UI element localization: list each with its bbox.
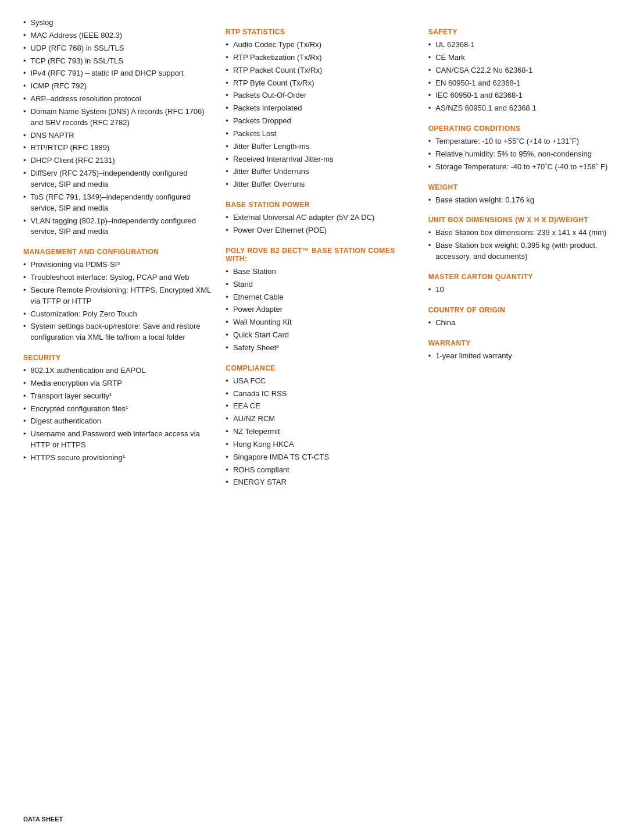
list-item: Jitter Buffer Underruns <box>226 166 414 177</box>
list-item: 1-year limited warranty <box>428 351 617 362</box>
list-item: Canada IC RSS <box>226 389 414 400</box>
list-item: ToS (RFC 791, 1349)–independently config… <box>23 192 212 214</box>
list-item: Jitter Buffer Overruns <box>226 179 414 190</box>
column-1: SyslogMAC Address (IEEE 802.3)UDP (RFC 7… <box>23 17 226 492</box>
list-item: 802.1X authentication and EAPOL <box>23 365 212 376</box>
list-item: Syslog <box>23 17 212 29</box>
section-header: POLY ROVE B2 DECT™ BASE STATION COMES WI… <box>226 247 414 263</box>
section-header: WEIGHT <box>428 183 617 191</box>
footer-label: DATA SHEET <box>23 816 63 823</box>
list-item: Packets Out-Of-Order <box>226 90 414 101</box>
list-item: USA FCC <box>226 376 414 387</box>
column-3: SAFETYUL 62368-1CE MarkCAN/CSA C22.2 No … <box>428 17 617 492</box>
section-list: 1-year limited warranty <box>428 351 617 362</box>
list-item: ENERGY STAR <box>226 477 414 488</box>
list-item: Power Adapter <box>226 304 414 315</box>
list-item: EN 60950-1 and 62368-1 <box>428 78 617 89</box>
main-content: SyslogMAC Address (IEEE 802.3)UDP (RFC 7… <box>23 17 617 492</box>
list-item: System settings back-up/restore: Save an… <box>23 321 212 343</box>
list-item: AS/NZS 60950.1 and 62368.1 <box>428 103 617 114</box>
list-item: Relative humidity: 5% to 95%, non-conden… <box>428 149 617 160</box>
list-item: VLAN tagging (802.1p)–independently conf… <box>23 216 212 238</box>
list-item: China <box>428 318 617 329</box>
list-item: Media encryption via SRTP <box>23 378 212 389</box>
list-item: Customization: Poly Zero Touch <box>23 309 212 320</box>
section-header: BASE STATION POWER <box>226 201 414 209</box>
list-item: CE Mark <box>428 52 617 63</box>
list-item: UDP (RFC 768) in SSL/TLS <box>23 43 212 54</box>
list-item: Base Station <box>226 266 414 277</box>
list-item: DiffServ (RFC 2475)–independently config… <box>23 168 212 190</box>
list-item: Hong Kong HKCA <box>226 439 414 450</box>
section-list: UL 62368-1CE MarkCAN/CSA C22.2 No 62368-… <box>428 40 617 114</box>
list-item: External Universal AC adapter (5V 2A DC) <box>226 212 414 223</box>
list-item: Jitter Buffer Length-ms <box>226 141 414 152</box>
list-item: Encrypted configuration files¹ <box>23 404 212 415</box>
list-item: Stand <box>226 279 414 290</box>
section-list: Audio Codec Type (Tx/Rx)RTP Packetizatio… <box>226 40 414 190</box>
section-list: External Universal AC adapter (5V 2A DC)… <box>226 212 414 236</box>
section-header: WARRANTY <box>428 339 617 347</box>
section-header: SECURITY <box>23 354 212 362</box>
section-list: Temperature: -10 to +55˚C (+14 to +131˚F… <box>428 136 617 173</box>
list-item: Singapore IMDA TS CT-CTS <box>226 452 414 463</box>
list-item: Base Station box dimensions: 239 x 141 x… <box>428 227 617 239</box>
list-item: Packets Interpolated <box>226 103 414 114</box>
list-item: 10 <box>428 284 617 296</box>
section-list: China <box>428 318 617 329</box>
list-item: ROHS compliant <box>226 465 414 476</box>
section-header: RTP STATISTICS <box>226 28 414 36</box>
list-item: Secure Remote Provisioning: HTTPS, Encry… <box>23 285 212 307</box>
list-item: Power Over Ethernet (POE) <box>226 225 414 236</box>
list-item: Username and Password web interface acce… <box>23 429 212 451</box>
list-item: Ethernet Cable <box>226 292 414 303</box>
list-item: Digest authentication <box>23 416 212 427</box>
section-list: USA FCCCanada IC RSSEEA CEAU/NZ RCMNZ Te… <box>226 376 414 489</box>
list: SyslogMAC Address (IEEE 802.3)UDP (RFC 7… <box>23 17 212 237</box>
list-item: Audio Codec Type (Tx/Rx) <box>226 40 414 51</box>
list-item: Troubleshoot interface: Syslog, PCAP and… <box>23 272 212 283</box>
list-item: CAN/CSA C22.2 No 62368-1 <box>428 65 617 76</box>
section-header: COUNTRY OF ORIGIN <box>428 306 617 314</box>
list-item: RTP Packet Count (Tx/Rx) <box>226 65 414 76</box>
section-list: Provisioning via PDMS-SPTroubleshoot int… <box>23 259 212 343</box>
list-item: DNS NAPTR <box>23 130 212 141</box>
list-item: Base Station box weight: 0.395 kg (with … <box>428 240 617 262</box>
list-item: RTP Packetization (Tx/Rx) <box>226 52 414 63</box>
list-item: ICMP (RFC 792) <box>23 81 212 92</box>
section-list: 802.1X authentication and EAPOLMedia enc… <box>23 365 212 464</box>
list-item: Provisioning via PDMS-SP <box>23 259 212 270</box>
list-item: NZ Telepermit <box>226 426 414 437</box>
section-header: OPERATING CONDITIONS <box>428 124 617 133</box>
list-item: UL 62368-1 <box>428 40 617 51</box>
section-header: COMPLIANCE <box>226 364 414 372</box>
list-item: Safety Sheet² <box>226 343 414 354</box>
list-item: EEA CE <box>226 401 414 412</box>
list-item: Domain Name System (DNS) A records (RFC … <box>23 106 212 129</box>
section-list: Base StationStandEthernet CablePower Ada… <box>226 266 414 354</box>
section-header: MANAGEMENT AND CONFIGURATION <box>23 248 212 256</box>
section-list: 10 <box>428 284 617 296</box>
section-header: UNIT BOX DIMENSIONS (W X H X D)/WEIGHT <box>428 216 617 224</box>
list-item: Transport layer security¹ <box>23 391 212 402</box>
list-item: Received Interarrival Jitter-ms <box>226 154 414 165</box>
list-item: IPv4 (RFC 791) – static IP and DHCP supp… <box>23 68 212 79</box>
list-item: MAC Address (IEEE 802.3) <box>23 30 212 41</box>
section-header: SAFETY <box>428 28 617 36</box>
list-item: DHCP Client (RFC 2131) <box>23 155 212 166</box>
list-item: Packets Dropped <box>226 116 414 127</box>
list-item: AU/NZ RCM <box>226 414 414 425</box>
section-list: Base station weight: 0.176 kg <box>428 195 617 206</box>
column-2: RTP STATISTICSAudio Codec Type (Tx/Rx)RT… <box>226 17 428 492</box>
list-item: ARP–address resolution protocol <box>23 94 212 105</box>
list-item: Packets Lost <box>226 129 414 140</box>
list-item: TCP (RFC 793) in SSL/TLS <box>23 56 212 67</box>
list-item: Quick Start Card <box>226 330 414 341</box>
section-header: MASTER CARTON QUANTITY <box>428 273 617 281</box>
list-item: Wall Mounting Kit <box>226 317 414 328</box>
list-item: RTP Byte Count (Tx/Rx) <box>226 78 414 89</box>
section-list: Base Station box dimensions: 239 x 141 x… <box>428 227 617 262</box>
list-item: HTTPS secure provisioning¹ <box>23 453 212 464</box>
list-item: Temperature: -10 to +55˚C (+14 to +131˚F… <box>428 136 617 147</box>
list-item: RTP/RTCP (RFC 1889) <box>23 143 212 154</box>
